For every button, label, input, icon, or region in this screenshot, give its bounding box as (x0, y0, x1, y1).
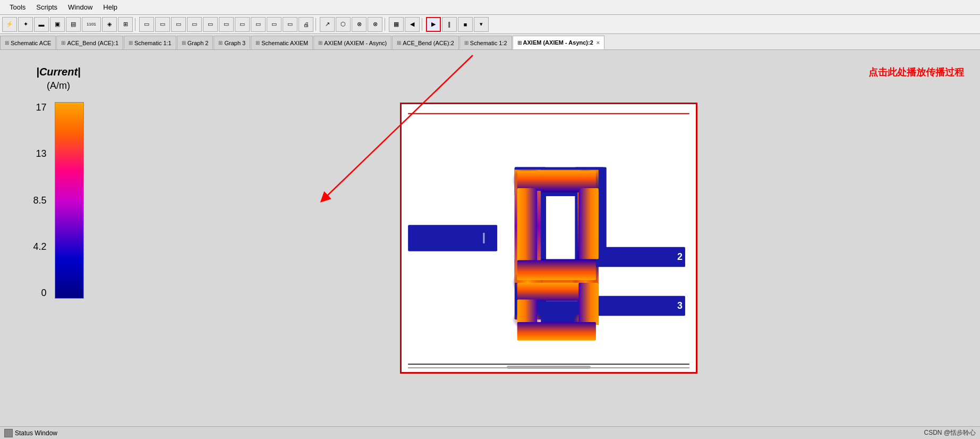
tab-graph-2[interactable]: ⊞ Graph 2 (177, 36, 214, 49)
tb-r2[interactable]: ▭ (155, 17, 170, 32)
annotation: 点击此处播放传播过程 (868, 66, 964, 79)
main-content: |Current| (A/m) 17 13 8.5 4.2 0 (0, 50, 980, 426)
tab-schematic-1-2[interactable]: ⊞ Schematic 1:2 (459, 36, 512, 49)
center-view: 2 4 3 5 (117, 50, 980, 426)
colorbar-val-42: 4.2 (33, 241, 46, 252)
sep2 (316, 18, 318, 31)
tb-r3[interactable]: ▭ (171, 17, 186, 32)
tb-dropdown[interactable]: ▾ (474, 17, 489, 32)
svg-rect-5 (483, 233, 484, 243)
tb-stop[interactable]: ■ (458, 17, 473, 32)
tb-r10[interactable]: ▭ (283, 17, 297, 32)
menubar: Tools Scripts Window Help (0, 0, 980, 15)
tab-axiem-async[interactable]: ⊞ AXIEM (AXIEM - Async) (313, 36, 391, 49)
toolbar: ⚡ ✦ ▬ ▣ ▤ 1101 ◈ ⊞ ▭ ▭ ▭ ▭ ▭ ▭ ▭ ▭ ▭ ▭ 🖨… (0, 15, 980, 34)
tab-label-schematic-ace: Schematic ACE (11, 40, 51, 46)
status-icon (4, 429, 13, 437)
tab-ace-bend-2[interactable]: ⊞ ACE_Bend (ACE):2 (392, 36, 459, 49)
tab-label-graph-2: Graph 2 (188, 40, 209, 46)
status-text: Status Window (15, 429, 57, 437)
tab-label-axiem-async-2: AXIEM (AXIEM - Async):2 (523, 39, 593, 46)
tab-icon-graph-3: ⊞ (218, 40, 223, 46)
colorbar-val-85: 8.5 (33, 195, 46, 206)
tb-lightning[interactable]: ⚡ (2, 17, 17, 32)
sep3 (385, 18, 387, 31)
colorbar-val-17: 17 (36, 102, 46, 113)
svg-rect-9 (595, 247, 685, 267)
colorbar-container: 17 13 8.5 4.2 0 (33, 102, 83, 299)
tab-close-axiem-async-2[interactable]: × (596, 39, 600, 46)
svg-text:2: 2 (677, 252, 683, 263)
svg-text:5: 5 (642, 286, 646, 295)
tb-star[interactable]: ✦ (18, 17, 33, 32)
annotation-text: 点击此处播放传播过程 (868, 66, 964, 79)
tab-icon-graph-2: ⊞ (182, 40, 186, 46)
tab-label-ace-bend-2: ACE_Bend (ACE):2 (403, 40, 454, 46)
svg-rect-24 (517, 260, 595, 281)
colorbar-unit: (A/m) (47, 80, 70, 91)
tab-label-schematic-1-2: Schematic 1:2 (470, 40, 507, 46)
tab-graph-3[interactable]: ⊞ Graph 3 (214, 36, 250, 49)
svg-rect-26 (517, 300, 537, 325)
tb-schematic1[interactable]: ▣ (50, 17, 65, 32)
tb-hex[interactable]: ⬡ (336, 17, 351, 32)
tb-diamond[interactable]: ◈ (102, 17, 117, 32)
svg-rect-22 (578, 188, 599, 259)
tab-label-ace-bend-1: ACE_Bend (ACE):1 (67, 40, 118, 46)
tb-binary[interactable]: 1101 (82, 17, 101, 32)
colorbar-val-0: 0 (41, 288, 47, 299)
tb-r1[interactable]: ▭ (139, 17, 154, 32)
tb-play[interactable]: ▶ (426, 17, 441, 32)
tab-icon-ace-bend-1: ⊞ (61, 40, 65, 46)
svg-rect-29 (506, 366, 590, 369)
tb-print[interactable]: 🖨 (299, 17, 313, 32)
sep4 (422, 18, 424, 31)
colorbar-labels: 17 13 8.5 4.2 0 (33, 102, 46, 299)
svg-text:3: 3 (677, 300, 683, 311)
svg-rect-21 (517, 171, 595, 191)
circuit-diagram: 2 4 3 5 (402, 104, 696, 372)
tb-grid3[interactable]: ▦ (389, 17, 404, 32)
status-left: Status Window (4, 429, 57, 437)
menu-tools[interactable]: Tools (4, 1, 31, 13)
tb-grid2[interactable]: ⊞ (118, 17, 133, 32)
tab-icon-axiem-async: ⊞ (318, 40, 322, 46)
tab-icon-ace-bend-2: ⊞ (397, 40, 401, 46)
menu-help[interactable]: Help (98, 1, 123, 13)
tab-schematic-1-1[interactable]: ⊞ Schematic 1:1 (124, 36, 176, 49)
status-right: CSDN @恬步聆心 (924, 428, 976, 437)
tab-schematic-axiem[interactable]: ⊞ Schematic AXIEM (251, 36, 313, 49)
colorbar-title: |Current| (36, 66, 80, 78)
sep1 (135, 18, 137, 31)
menu-window[interactable]: Window (63, 1, 98, 13)
tab-icon-schematic-ace: ⊞ (5, 40, 9, 46)
colorbar-val-13: 13 (36, 148, 46, 159)
tab-icon-schematic-1-2: ⊞ (464, 40, 468, 46)
left-panel: |Current| (A/m) 17 13 8.5 4.2 0 (0, 50, 117, 426)
tb-grid1[interactable]: ▤ (66, 17, 81, 32)
tb-r9[interactable]: ▭ (267, 17, 282, 32)
tb-arrow-left[interactable]: ◀ (405, 17, 420, 32)
tab-label-schematic-1-1: Schematic 1:1 (134, 40, 172, 46)
tb-cross2[interactable]: ⊗ (368, 17, 382, 32)
tab-label-graph-3: Graph 3 (224, 40, 245, 46)
tb-bar[interactable]: ▬ (34, 17, 49, 32)
tab-icon-axiem-async-2: ⊞ (517, 40, 522, 46)
tab-schematic-ace[interactable]: ⊞ Schematic ACE (0, 36, 56, 49)
schematic-canvas: 2 4 3 5 (400, 103, 697, 374)
tb-arrow[interactable]: ↗ (320, 17, 335, 32)
menu-scripts[interactable]: Scripts (31, 1, 63, 13)
tb-r4[interactable]: ▭ (187, 17, 202, 32)
tab-ace-bend-1[interactable]: ⊞ ACE_Bend (ACE):1 (56, 36, 123, 49)
tb-r6[interactable]: ▭ (219, 17, 234, 32)
svg-rect-12 (595, 296, 685, 316)
tb-pause[interactable]: ‖ (442, 17, 457, 32)
tb-r7[interactable]: ▭ (235, 17, 250, 32)
tab-axiem-async-2[interactable]: ⊞ AXIEM (AXIEM - Async):2 × (513, 36, 605, 49)
tb-cross1[interactable]: ⊗ (352, 17, 367, 32)
statusbar: Status Window CSDN @恬步聆心 (0, 426, 980, 439)
tb-r8[interactable]: ▭ (251, 17, 266, 32)
tab-label-axiem-async: AXIEM (AXIEM - Async) (324, 40, 387, 46)
svg-text:4: 4 (642, 266, 647, 277)
tb-r5[interactable]: ▭ (203, 17, 218, 32)
